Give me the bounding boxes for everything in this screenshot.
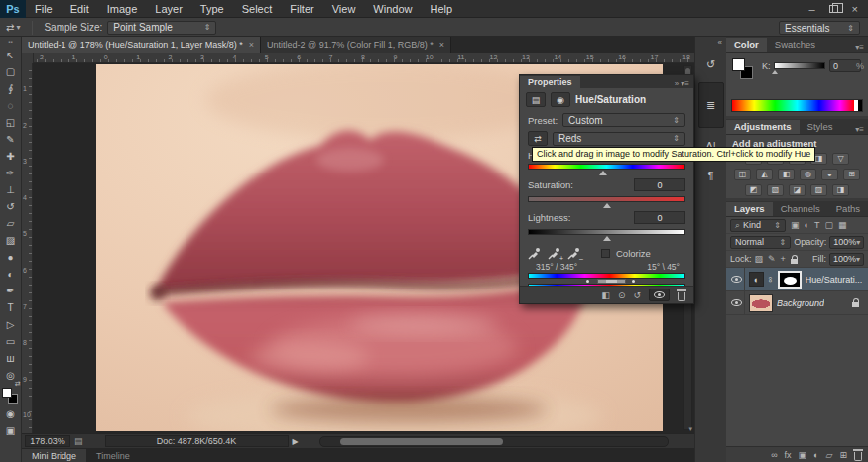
lock-position-icon[interactable]: + (781, 255, 786, 264)
clip-to-layer-icon[interactable]: ◧ (601, 290, 610, 300)
delete-adjustment-icon[interactable] (678, 292, 685, 301)
swap-colors-icon[interactable]: ⇄ (15, 380, 21, 388)
horizontal-ruler[interactable]: 210123456789101112131415161718 (22, 53, 694, 63)
filter-shape-layers-icon[interactable]: ▢ (824, 221, 833, 230)
type-tool[interactable]: T (1, 299, 21, 316)
range-block-handle[interactable] (597, 279, 626, 284)
tab-channels[interactable]: Channels (773, 202, 828, 216)
layer-visibility-cell[interactable] (729, 268, 745, 290)
properties-panel-button[interactable]: ≣ (698, 82, 724, 128)
layer-row-adjustment[interactable]: ◐∞Hue/Saturati... (726, 268, 868, 291)
history-panel-button[interactable]: ↺ (698, 53, 724, 76)
menu-edit[interactable]: Edit (62, 0, 98, 18)
quick-selection-tool[interactable]: ◌ (1, 97, 21, 114)
k-slider-marker[interactable] (772, 70, 778, 74)
add-sample-eyedropper-icon[interactable]: + (548, 246, 561, 260)
lightness-slider[interactable] (528, 229, 685, 235)
preset-dropdown[interactable]: Custom ⇕ (562, 113, 685, 127)
tool-preset-dropdown[interactable]: ⇄ ▾ (0, 23, 26, 33)
saturation-slider-marker[interactable] (603, 203, 611, 208)
new-adjustment-layer-icon[interactable]: ◐ (813, 450, 818, 460)
toolbar-grip[interactable]: ▪▪ (8, 37, 12, 47)
restore-button[interactable] (829, 5, 838, 13)
layer-filter-dropdown[interactable]: ⌕ Kind ⇕ (730, 219, 786, 232)
paragraph-panel-button[interactable]: ¶ (698, 164, 724, 187)
status-options-arrow-icon[interactable]: ▶ (293, 437, 299, 446)
foreground-color-swatch[interactable] (2, 388, 12, 398)
range-handle-icon[interactable] (586, 280, 589, 283)
eye-icon[interactable] (731, 299, 742, 306)
document-tab[interactable]: Untitled-2 @ 91.7% (Color Fill 1, RGB/8)… (261, 37, 451, 53)
menu-layer[interactable]: Layer (146, 0, 191, 18)
delete-layer-icon[interactable] (854, 452, 862, 461)
menu-window[interactable]: Window (364, 0, 421, 18)
tab-adjustments[interactable]: Adjustments (726, 120, 800, 134)
hue-slider-marker[interactable] (599, 171, 607, 175)
pen-tool[interactable]: ✒ (1, 283, 21, 299)
spot-healing-brush-tool[interactable]: ✚ (1, 148, 21, 165)
gradient-tool[interactable]: ▨ (1, 232, 21, 249)
crop-tool[interactable]: ◱ (1, 114, 21, 131)
channel-dropdown[interactable]: Reds ⇕ (553, 132, 685, 146)
reset-adjustment-icon[interactable]: ↺ (633, 290, 641, 300)
tab-layers[interactable]: Layers (726, 202, 773, 216)
tab-styles[interactable]: Styles (800, 120, 841, 134)
fill-field[interactable]: 100% ▾ (829, 253, 864, 266)
blur-tool[interactable]: ● (1, 249, 21, 266)
toggle-visibility-icon[interactable] (654, 291, 665, 298)
toggle-visibility[interactable] (649, 289, 670, 301)
eraser-tool[interactable]: ▱ (1, 215, 21, 232)
close-button[interactable]: × (852, 2, 858, 16)
menu-image[interactable]: Image (98, 0, 147, 18)
gradient-map-icon[interactable]: ▨ (810, 184, 827, 196)
color-spectrum-ramp[interactable] (731, 99, 863, 112)
panel-menu-icon[interactable]: ▾≡ (855, 43, 868, 52)
layer-mask-thumbnail[interactable] (778, 271, 802, 289)
link-layers-icon[interactable]: ∞ (771, 450, 777, 460)
photo-filter-icon[interactable]: ◍ (800, 169, 816, 180)
channel-mixer-icon[interactable]: ◒ (821, 169, 838, 180)
colorize-checkbox[interactable] (601, 249, 610, 258)
brush-tool[interactable]: ✑ (1, 165, 21, 181)
zoom-level-field[interactable]: 178.03% (25, 435, 70, 447)
layer-effects-icon[interactable]: fx (785, 450, 792, 460)
layer-visibility-cell[interactable] (729, 291, 745, 314)
scroll-down-arrow-icon[interactable]: ▾ (688, 425, 692, 433)
lasso-tool[interactable]: ∮ (1, 80, 21, 97)
document-tab[interactable]: Untitled-1 @ 178% (Hue/Saturation 1, Lay… (22, 37, 261, 53)
menu-select[interactable]: Select (233, 0, 282, 18)
properties-tab[interactable]: Properties (520, 76, 580, 88)
menu-type[interactable]: Type (191, 0, 233, 18)
move-tool[interactable]: ↖ (1, 47, 21, 63)
lock-all-icon[interactable] (791, 259, 798, 264)
menu-help[interactable]: Help (421, 0, 461, 18)
close-tab-icon[interactable]: × (439, 40, 444, 50)
filter-pixel-layers-icon[interactable]: ▣ (791, 221, 800, 230)
path-selection-tool[interactable]: ▷ (1, 316, 21, 333)
quick-mask-mode[interactable]: ◉ (1, 405, 21, 422)
selective-color-icon[interactable]: ◨ (832, 184, 849, 196)
eyedropper-icon[interactable] (528, 246, 542, 260)
dodge-tool[interactable]: ◐ (1, 266, 21, 283)
hue-range-control[interactable] (528, 279, 685, 284)
new-group-icon[interactable]: ▱ (826, 450, 833, 460)
eyedropper-tool[interactable]: ✎ (1, 131, 21, 148)
add-layer-mask-icon[interactable]: ▣ (799, 450, 807, 460)
rectangular-marquee-tool[interactable]: ▢ (1, 63, 21, 80)
hue-saturation-icon[interactable]: ◫ (734, 169, 751, 180)
filter-smart-objects-icon[interactable]: ▦ (838, 221, 847, 230)
invert-icon[interactable]: ◩ (745, 184, 762, 196)
k-channel-slider[interactable] (774, 62, 825, 69)
threshold-icon[interactable]: ◪ (789, 184, 806, 196)
blend-mode-dropdown[interactable]: Normal ⇕ (730, 236, 791, 249)
foreground-color-swatch[interactable] (732, 58, 745, 71)
menu-view[interactable]: View (323, 0, 365, 18)
panel-menu-icon[interactable]: ▾≡ (855, 125, 868, 134)
subtract-sample-eyedropper-icon[interactable]: – (567, 246, 581, 260)
opacity-field[interactable]: 100% ▾ (829, 236, 864, 249)
vibrance-icon[interactable]: ▽ (832, 153, 849, 165)
menu-file[interactable]: File (26, 0, 62, 18)
bottom-tab-mini-bridge[interactable]: Mini Bridge (22, 449, 86, 462)
layer-mask-icon[interactable]: ◉ (551, 92, 570, 107)
posterize-icon[interactable]: ▧ (767, 184, 784, 196)
